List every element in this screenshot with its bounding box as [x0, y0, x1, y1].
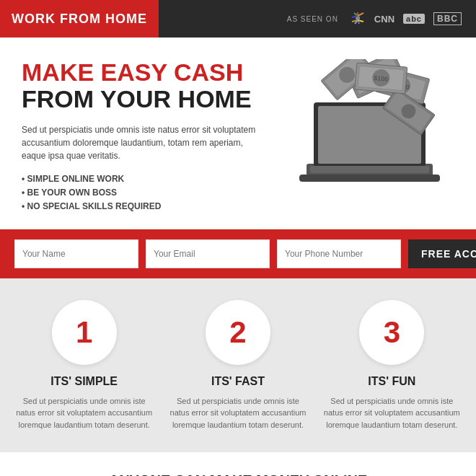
step-3-desc: Sed ut perspiciatis unde omnis iste natu… — [322, 395, 462, 431]
step-2-desc: Sed ut perspiciatis unde omnis iste natu… — [168, 395, 307, 431]
step-1-number: 1 — [76, 315, 92, 350]
header-right: AS SEEN ON CNN — [287, 12, 476, 27]
step-1-circle: 1 — [52, 300, 117, 365]
abc-logo: abc — [403, 14, 425, 24]
bullet-2: BE YOUR OWN BOSS — [22, 188, 267, 198]
page-header: WORK FROM HOME AS SEEN ON — [0, 0, 476, 38]
free-account-button[interactable]: FREE ACCOUNT — [408, 239, 476, 268]
cnn-logo: CNN — [374, 14, 395, 25]
hero-headline-black: FROM YOUR HOME — [22, 86, 267, 113]
svg-rect-13 — [310, 166, 429, 173]
step-2-number: 2 — [229, 315, 246, 350]
step-2-circle: 2 — [206, 300, 270, 365]
email-input[interactable] — [146, 239, 270, 268]
nbc-logo — [350, 12, 366, 27]
hero-left: MAKE EASY CASH FROM YOUR HOME Sed ut per… — [22, 59, 281, 215]
as-seen-on-label: AS SEEN ON — [287, 15, 338, 23]
step-1-desc: Sed ut perspiciatis unde omnis iste natu… — [14, 395, 154, 431]
bullet-1: SIMPLE ONLINE WORK — [22, 174, 267, 184]
hero-right: $100 $100 — [281, 59, 454, 193]
step-2-title: ITS' FAST — [211, 375, 265, 388]
bullet-3: NO SPECIAL SKILLS REQUIRED — [22, 201, 267, 211]
name-input[interactable] — [14, 239, 138, 268]
bbc-logo: BBC — [433, 12, 462, 25]
step-3-title: ITS' FUN — [368, 375, 415, 388]
laptop-money-illustration: $100 $100 — [285, 59, 451, 193]
brand-title: WORK FROM HOME — [12, 12, 147, 27]
steps-section: 1 ITS' SIMPLE Sed ut perspiciatis unde o… — [0, 278, 476, 453]
phone-input[interactable] — [277, 239, 401, 268]
step-2: 2 ITS' FAST Sed ut perspiciatis unde omn… — [168, 300, 307, 431]
svg-text:$100: $100 — [374, 74, 389, 83]
step-3-circle: 3 — [359, 300, 424, 365]
hero-bullets: SIMPLE ONLINE WORK BE YOUR OWN BOSS NO S… — [22, 174, 267, 211]
step-3: 3 ITS' FUN Sed ut perspiciatis unde omni… — [322, 300, 462, 431]
svg-line-8 — [358, 13, 363, 16]
hero-description: Sed ut perspiciatis unde omnis iste natu… — [22, 123, 267, 162]
svg-rect-10 — [299, 175, 440, 182]
step-1: 1 ITS' SIMPLE Sed ut perspiciatis unde o… — [14, 300, 154, 431]
bottom-section: ANYONE CAN MAKE MONEY ONLINE Lorem ipsum… — [0, 452, 476, 476]
network-logos: CNN abc BBC — [350, 12, 462, 27]
brand-title-box: WORK FROM HOME — [0, 0, 159, 38]
bottom-title: ANYONE CAN MAKE MONEY ONLINE — [29, 472, 447, 476]
hero-section: MAKE EASY CASH FROM YOUR HOME Sed ut per… — [0, 38, 476, 229]
step-3-number: 3 — [384, 315, 400, 350]
step-1-title: ITS' SIMPLE — [50, 375, 118, 388]
form-section: FREE ACCOUNT — [0, 229, 476, 278]
hero-headline-red: MAKE EASY CASH — [22, 59, 267, 86]
